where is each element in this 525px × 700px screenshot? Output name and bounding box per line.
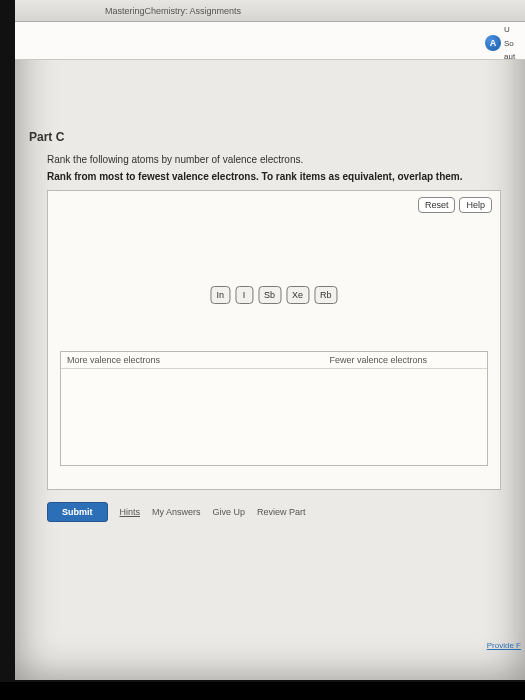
chip-i[interactable]: I — [235, 286, 253, 304]
header-line-2: So — [504, 39, 514, 48]
header-line-1: U — [504, 25, 510, 34]
hints-link[interactable]: Hints — [120, 507, 141, 517]
help-button[interactable]: Help — [459, 197, 492, 213]
header-line-3: aut — [504, 52, 515, 61]
chip-xe[interactable]: Xe — [286, 286, 309, 304]
question-instruction: Rank from most to fewest valence electro… — [47, 171, 501, 182]
reset-button[interactable]: Reset — [418, 197, 456, 213]
draggable-items: In I Sb Xe Rb — [210, 286, 337, 304]
browser-tab-bar: MasteringChemistry: Assignments — [15, 0, 525, 22]
page-header: U A So aut — [15, 22, 525, 60]
main-content: Part C Rank the following atoms by numbe… — [15, 60, 525, 522]
chip-in[interactable]: In — [210, 286, 230, 304]
chip-rb[interactable]: Rb — [314, 286, 338, 304]
app-viewport: MasteringChemistry: Assignments U A So a… — [15, 0, 525, 680]
right-axis-label: Fewer valence electrons — [329, 355, 427, 365]
header-right-controls: U A So aut — [485, 25, 525, 61]
brand-badge[interactable]: A — [485, 35, 501, 51]
submit-button[interactable]: Submit — [47, 502, 108, 522]
action-row: Submit Hints My Answers Give Up Review P… — [47, 502, 501, 522]
review-part-link[interactable]: Review Part — [257, 507, 306, 517]
my-answers-link[interactable]: My Answers — [152, 507, 201, 517]
provide-feedback-link[interactable]: Provide F — [487, 641, 521, 650]
give-up-link[interactable]: Give Up — [213, 507, 246, 517]
question-prompt: Rank the following atoms by number of va… — [47, 154, 501, 165]
monitor-bezel — [0, 682, 525, 700]
ranking-drop-zone[interactable]: More valence electrons Fewer valence ele… — [60, 351, 488, 466]
drop-zone-header: More valence electrons Fewer valence ele… — [61, 352, 487, 369]
part-label: Part C — [29, 130, 511, 144]
tab-title: MasteringChemistry: Assignments — [105, 6, 241, 16]
ranking-widget: Reset Help In I Sb Xe Rb More valence el… — [47, 190, 501, 490]
chip-sb[interactable]: Sb — [258, 286, 281, 304]
left-axis-label: More valence electrons — [67, 355, 160, 365]
